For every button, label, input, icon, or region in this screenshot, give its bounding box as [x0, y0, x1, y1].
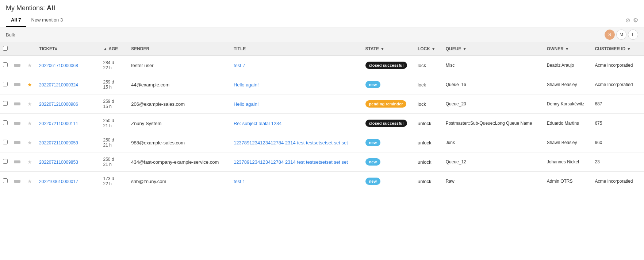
star-icon[interactable]: ★: [27, 120, 32, 126]
title-cell[interactable]: Hello again!: [231, 94, 363, 114]
priority-bar: [14, 180, 20, 183]
owner-cell: Admin OTRS: [544, 172, 592, 191]
sender-cell: 434@fast-company-example-service.com: [128, 152, 231, 172]
tabs-container: All 7 New mention 3: [6, 13, 68, 27]
header-age[interactable]: ▲ AGE: [100, 42, 128, 56]
lock-cell: lock: [415, 56, 443, 75]
bulk-label: Bulk: [6, 32, 15, 38]
star-cell[interactable]: ★: [24, 133, 36, 152]
star-cell[interactable]: ★: [24, 56, 36, 75]
size-btn-s[interactable]: S: [605, 30, 615, 40]
queue-cell: Queue_16: [443, 75, 544, 94]
state-badge: new: [365, 81, 380, 88]
state-cell: new: [363, 172, 415, 191]
star-cell[interactable]: ★: [24, 75, 36, 94]
tab-all[interactable]: All 7: [6, 13, 26, 27]
priority-bar: [14, 141, 20, 144]
select-all-checkbox[interactable]: [3, 46, 8, 51]
priority-cell: [11, 133, 24, 152]
ticket-number[interactable]: 2022071210000986: [36, 94, 100, 114]
title-cell[interactable]: 1237891234123412784 2314 test testsetset…: [231, 133, 363, 152]
queue-cell: Postmaster::Sub-Queue::Long Queue Name: [443, 114, 544, 133]
queue-cell: Junk: [443, 133, 544, 152]
title-cell[interactable]: Hello again!: [231, 75, 363, 94]
ticket-link[interactable]: 2022072110009059: [39, 140, 78, 145]
sender-cell: 988@example-sales.com: [128, 133, 231, 152]
title-cell[interactable]: test 1: [231, 172, 363, 191]
row-checkbox[interactable]: [3, 62, 8, 67]
header-owner[interactable]: OWNER ▼: [544, 42, 592, 56]
age-cell: 173 d22 h: [100, 172, 128, 191]
row-checkbox[interactable]: [3, 159, 8, 164]
row-checkbox-cell: [0, 172, 11, 191]
customer-id-cell: Acme Incorporatied: [592, 75, 644, 94]
ticket-number[interactable]: 2022071210000324: [36, 75, 100, 94]
sender-cell: Znuny System: [128, 114, 231, 133]
age-cell: 259 d15 h: [100, 94, 128, 114]
owner-cell: Johannes Nickel: [544, 152, 592, 172]
lock-cell: lock: [415, 75, 443, 94]
state-cell: pending reminder: [363, 94, 415, 114]
ticket-number[interactable]: 2022100610000017: [36, 172, 100, 191]
state-badge: closed successful: [365, 120, 407, 127]
title-cell[interactable]: Re: subject alalal 1234: [231, 114, 363, 133]
lock-cell: lock: [415, 94, 443, 114]
star-icon[interactable]: ★: [27, 178, 32, 184]
star-cell[interactable]: ★: [24, 94, 36, 114]
lock-cell: unlock: [415, 114, 443, 133]
ticket-link[interactable]: 2022071210000986: [39, 102, 78, 107]
star-cell[interactable]: ★: [24, 152, 36, 172]
title-cell[interactable]: test 7: [231, 56, 363, 75]
row-checkbox[interactable]: [3, 120, 8, 125]
ticket-number[interactable]: 2022072110009853: [36, 152, 100, 172]
ticket-link[interactable]: 2022061710000068: [39, 63, 78, 68]
owner-cell: Eduardo Martins: [544, 114, 592, 133]
state-badge: new: [365, 158, 380, 166]
customer-id-cell: 960: [592, 133, 644, 152]
header-queue[interactable]: QUEUE ▼: [443, 42, 544, 56]
title-cell[interactable]: 1237891234123412784 2314 test testsetset…: [231, 152, 363, 172]
star-cell[interactable]: ★: [24, 114, 36, 133]
sender-cell: tester user: [128, 56, 231, 75]
header-state[interactable]: STATE ▼: [363, 42, 415, 56]
priority-cell: [11, 114, 24, 133]
size-btn-l[interactable]: L: [628, 30, 638, 40]
age-cell: 284 d22 h: [100, 56, 128, 75]
ticket-link[interactable]: 2022072110000111: [39, 121, 78, 126]
header-lock[interactable]: LOCK ▼: [415, 42, 443, 56]
star-cell[interactable]: ★: [24, 172, 36, 191]
settings-icon[interactable]: ⚙: [633, 17, 638, 24]
ticket-link[interactable]: 2022072110009853: [39, 160, 78, 165]
row-checkbox[interactable]: [3, 178, 8, 183]
queue-cell: Misc: [443, 56, 544, 75]
table-row: ★ 2022100610000017 173 d22 h shb@znuny.c…: [0, 172, 644, 191]
filter-icon[interactable]: ⊘: [625, 17, 630, 24]
ticket-number[interactable]: 2022072110000111: [36, 114, 100, 133]
header-sender: SENDER: [128, 42, 231, 56]
owner-cell: Shawn Beasley: [544, 133, 592, 152]
tab-icons: ⊘ ⚙: [625, 17, 638, 24]
ticket-number[interactable]: 2022072110009059: [36, 133, 100, 152]
row-checkbox[interactable]: [3, 82, 8, 86]
tab-new-mention[interactable]: New mention 3: [26, 13, 68, 27]
row-checkbox[interactable]: [3, 101, 8, 106]
row-checkbox[interactable]: [3, 140, 8, 144]
star-icon[interactable]: ★: [27, 101, 32, 107]
page-header: My Mentions: All: [0, 0, 644, 13]
customer-id-cell: 687: [592, 94, 644, 114]
ticket-number[interactable]: 2022061710000068: [36, 56, 100, 75]
ticket-link[interactable]: 2022100610000017: [39, 179, 78, 184]
star-icon[interactable]: ★: [27, 62, 32, 68]
state-badge: closed successful: [365, 62, 407, 69]
star-icon[interactable]: ★: [27, 82, 32, 88]
header-ticket[interactable]: TICKET#: [36, 42, 100, 56]
header-customer-id[interactable]: CUSTOMER ID ▼: [592, 42, 644, 56]
star-icon[interactable]: ★: [27, 159, 32, 165]
size-btn-m[interactable]: M: [616, 30, 626, 40]
ticket-link[interactable]: 2022071210000324: [39, 82, 78, 88]
priority-cell: [11, 56, 24, 75]
header-star: [24, 42, 36, 56]
owner-sort-arrow: ▼: [565, 46, 569, 51]
star-icon[interactable]: ★: [27, 140, 32, 145]
queue-cell: Queue_12: [443, 152, 544, 172]
